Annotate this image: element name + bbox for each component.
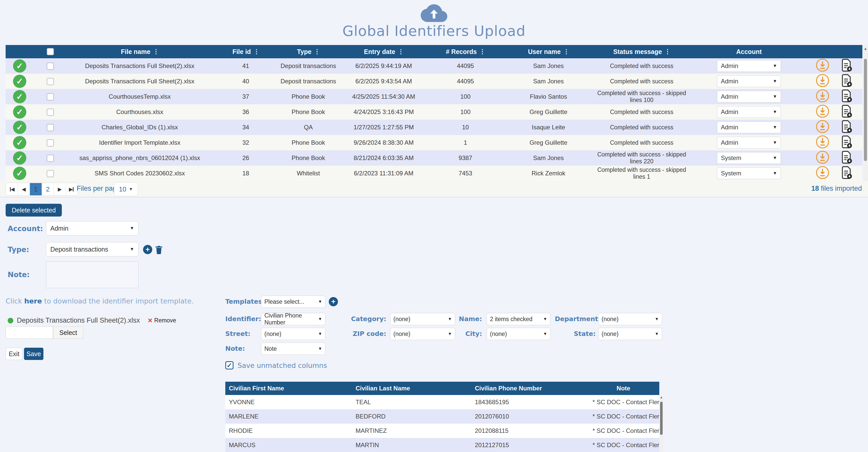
file-log-icon[interactable] xyxy=(841,166,853,179)
scrollbar-thumb[interactable] xyxy=(864,59,867,161)
preview-phone-cell: 2012076010 xyxy=(471,413,588,420)
download-icon[interactable] xyxy=(816,135,830,149)
sort-icon[interactable]: ⋮ xyxy=(398,48,403,55)
first-page-button[interactable]: ◀ xyxy=(6,183,18,196)
remove-file-button[interactable]: ✕ Remove xyxy=(148,317,176,324)
street-label: Street: xyxy=(225,328,250,340)
row-account-select[interactable]: Admin▼ xyxy=(717,121,781,133)
preview-scrollbar[interactable]: ▲ xyxy=(659,395,663,452)
preview-table: Civilian First Name Civilian Last Name C… xyxy=(225,382,663,452)
row-account-select[interactable]: Admin▼ xyxy=(717,137,781,148)
page-button-1[interactable]: 1 xyxy=(30,183,42,196)
row-account-select[interactable]: System▼ xyxy=(717,152,781,164)
file-log-icon[interactable] xyxy=(841,89,853,102)
table-row: ✓ sas_appriss_phone_nbrs_06012024 (1).xl… xyxy=(6,150,862,166)
save-unmatched-checkbox[interactable]: ✓ xyxy=(225,361,234,369)
prev-page-button[interactable]: ◀ xyxy=(18,183,30,196)
city-select[interactable]: (none)▼ xyxy=(487,328,551,340)
download-icon[interactable] xyxy=(816,104,830,118)
download-icon[interactable] xyxy=(816,89,830,103)
scroll-up-icon[interactable]: ▲ xyxy=(864,47,867,51)
records-cell: 100 xyxy=(430,93,501,100)
column-header-file-id[interactable]: File id⋮ xyxy=(213,48,279,55)
file-log-icon[interactable] xyxy=(841,136,853,148)
note-textarea[interactable] xyxy=(46,261,138,288)
download-icon[interactable] xyxy=(816,74,830,87)
column-header-file-name[interactable]: File name⋮ xyxy=(67,48,213,55)
row-checkbox[interactable] xyxy=(47,63,54,70)
file-log-icon[interactable] xyxy=(841,59,853,72)
column-header-user-name[interactable]: User name⋮ xyxy=(501,48,596,55)
last-page-button[interactable]: ▶ xyxy=(66,183,78,196)
column-header-status-message[interactable]: Status message⋮ xyxy=(596,48,688,55)
file-id-cell: 32 xyxy=(213,139,279,146)
identifier-select[interactable]: Civilian Phone Number▼ xyxy=(261,313,326,325)
row-account-select[interactable]: Admin▼ xyxy=(717,91,781,103)
download-icon[interactable] xyxy=(816,166,830,179)
table-scrollbar[interactable]: ▲ xyxy=(863,45,868,197)
row-account-select[interactable]: System▼ xyxy=(717,167,781,179)
delete-type-icon[interactable] xyxy=(154,245,164,255)
save-button[interactable]: Save xyxy=(24,348,43,360)
scroll-up-icon[interactable]: ▲ xyxy=(660,395,663,399)
files-table: File name⋮ File id⋮ Type⋮ Entry date⋮ # … xyxy=(6,45,862,181)
page-button-2[interactable]: 2 xyxy=(42,183,54,196)
sort-icon[interactable]: ⋮ xyxy=(563,48,569,55)
success-check-icon: ✓ xyxy=(13,121,26,134)
file-log-icon[interactable] xyxy=(841,120,853,133)
row-checkbox[interactable] xyxy=(47,93,54,101)
preview-col-phone: Civilian Phone Number xyxy=(471,385,588,392)
templates-select[interactable]: Please select...▼ xyxy=(261,295,326,308)
sort-icon[interactable]: ⋮ xyxy=(664,48,670,55)
select-all-checkbox[interactable] xyxy=(47,48,54,55)
add-template-icon[interactable]: + xyxy=(329,297,338,306)
template-download-link[interactable]: here xyxy=(24,297,42,305)
mapping-note-select[interactable]: Note▼ xyxy=(261,343,326,355)
file-id-cell: 41 xyxy=(213,62,279,69)
row-checkbox[interactable] xyxy=(47,170,54,177)
file-log-icon[interactable] xyxy=(841,105,853,118)
account-select[interactable]: Admin▼ xyxy=(46,221,138,235)
download-icon[interactable] xyxy=(816,120,830,134)
file-name-cell: sas_appriss_phone_nbrs_06012024 (1).xlsx xyxy=(67,154,213,162)
type-select[interactable]: Deposit transactions▼ xyxy=(46,242,138,256)
exit-button[interactable]: Exit xyxy=(6,348,23,360)
user-name-cell: Flavio Santos xyxy=(501,93,596,100)
file-log-icon[interactable] xyxy=(841,151,853,164)
sort-icon[interactable]: ⋮ xyxy=(253,48,259,55)
row-account-select[interactable]: Admin▼ xyxy=(717,60,781,72)
sort-icon[interactable]: ⋮ xyxy=(314,48,319,55)
row-checkbox[interactable] xyxy=(47,78,54,85)
department-select[interactable]: (none)▼ xyxy=(598,313,662,325)
name-select[interactable]: 2 items checked▼ xyxy=(487,313,551,325)
row-checkbox[interactable] xyxy=(47,139,54,146)
row-account-select[interactable]: Admin▼ xyxy=(717,106,781,118)
sort-icon[interactable]: ⋮ xyxy=(479,48,485,55)
file-path-input[interactable] xyxy=(6,327,53,339)
file-id-cell: 40 xyxy=(213,78,279,85)
add-type-icon[interactable]: + xyxy=(143,245,152,254)
state-select[interactable]: (none)▼ xyxy=(598,328,662,340)
zip-code-select[interactable]: (none)▼ xyxy=(390,328,455,340)
row-checkbox[interactable] xyxy=(47,124,54,131)
download-icon[interactable] xyxy=(816,58,830,72)
sort-icon[interactable]: ⋮ xyxy=(153,48,159,55)
download-icon[interactable] xyxy=(816,150,830,164)
status-message-cell: Completed with success xyxy=(596,62,688,70)
row-account-select[interactable]: Admin▼ xyxy=(717,76,781,87)
category-select[interactable]: (none)▼ xyxy=(390,313,455,325)
file-log-icon[interactable] xyxy=(841,74,853,87)
next-page-button[interactable]: ▶ xyxy=(54,183,66,196)
chevron-down-icon: ▼ xyxy=(773,156,777,161)
row-checkbox[interactable] xyxy=(47,109,54,116)
column-header-records[interactable]: # Records⋮ xyxy=(430,48,501,55)
files-per-page-select[interactable]: 10▼ xyxy=(114,182,138,196)
scrollbar-thumb[interactable] xyxy=(660,402,662,435)
chevron-down-icon: ▼ xyxy=(655,317,659,321)
street-select[interactable]: (none)▼ xyxy=(261,328,326,340)
column-header-type[interactable]: Type⋮ xyxy=(279,48,338,55)
select-file-button[interactable]: Select xyxy=(53,327,83,339)
column-header-entry-date[interactable]: Entry date⋮ xyxy=(338,48,430,55)
row-checkbox[interactable] xyxy=(47,155,54,162)
delete-selected-button[interactable]: Delete selected xyxy=(6,204,62,217)
